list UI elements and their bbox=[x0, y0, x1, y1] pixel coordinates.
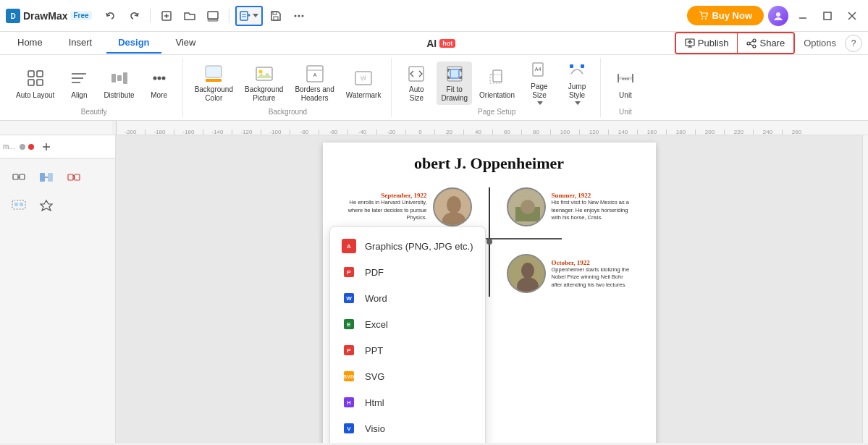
shape-container-btn[interactable] bbox=[6, 192, 32, 218]
maximize-button[interactable] bbox=[817, 6, 838, 26]
page-setup-group-label: Page Setup bbox=[478, 108, 515, 117]
graphics-label: Graphics (PNG, JPG etc.) bbox=[365, 241, 473, 252]
svg-point-90 bbox=[521, 263, 534, 279]
user-avatar[interactable] bbox=[768, 6, 788, 26]
new-button[interactable] bbox=[156, 6, 177, 26]
add-icon bbox=[42, 143, 51, 151]
auto-layout-button[interactable]: Auto Layout bbox=[12, 62, 59, 105]
svg-text:W: W bbox=[346, 295, 352, 302]
minimize-button[interactable] bbox=[793, 6, 813, 26]
export-button[interactable] bbox=[235, 6, 263, 26]
export-graphics-item[interactable]: A Graphics (PNG, JPG etc.) bbox=[330, 233, 485, 259]
maximize-icon bbox=[823, 12, 832, 20]
export-excel-item[interactable]: E Excel bbox=[330, 311, 485, 337]
background-color-button[interactable]: BackgroundColor bbox=[190, 62, 237, 105]
orientation-button[interactable]: Orientation bbox=[475, 62, 519, 105]
undo-button[interactable] bbox=[101, 6, 121, 26]
top-right-actions: Buy Now bbox=[687, 6, 862, 26]
tab-design[interactable]: Design bbox=[106, 33, 161, 54]
export-chevron bbox=[253, 14, 258, 17]
merge-icon bbox=[67, 170, 81, 185]
preview-button[interactable] bbox=[203, 6, 223, 26]
canvas-title: obert J. Oppenheimer bbox=[337, 154, 641, 173]
borders-headers-button[interactable]: A Borders andHeaders bbox=[290, 62, 338, 105]
tab-home[interactable]: Home bbox=[6, 33, 54, 54]
export-pdf-item[interactable]: P PDF bbox=[330, 259, 485, 285]
canvas-area[interactable]: obert J. Oppenheimer Septemb bbox=[116, 135, 862, 443]
photo-svg-oct1922 bbox=[508, 255, 546, 293]
text-oct1922: Oppenheimer starts idolizing the Nobel P… bbox=[552, 266, 634, 289]
svg-rect-39 bbox=[117, 75, 122, 81]
help-button[interactable]: ? bbox=[845, 35, 862, 52]
svg-rect-6 bbox=[208, 20, 218, 21]
export-visio-item[interactable]: V Visio bbox=[330, 415, 485, 441]
photo-svg-sum1922 bbox=[508, 189, 546, 226]
publish-button[interactable]: Publish bbox=[676, 33, 738, 53]
share-icon bbox=[746, 38, 757, 48]
svg-marker-79 bbox=[41, 200, 52, 211]
tab-insert[interactable]: Insert bbox=[57, 33, 104, 54]
photo-sep1922 bbox=[433, 187, 472, 226]
svg-rect-33 bbox=[28, 80, 34, 85]
export-word-item[interactable]: W Word bbox=[330, 285, 485, 311]
more-beautify-icon bbox=[148, 67, 171, 90]
fit-to-drawing-button[interactable]: Fit toDrawing bbox=[437, 62, 472, 105]
share-button[interactable]: Share bbox=[738, 33, 793, 53]
ribbon-group-background: BackgroundColor BackgroundPicture bbox=[185, 58, 392, 117]
shape-merge-btn[interactable] bbox=[61, 164, 87, 190]
svg-point-26 bbox=[753, 39, 756, 42]
auto-size-button[interactable]: AutoSize bbox=[399, 62, 434, 105]
excel-icon: E bbox=[342, 317, 356, 331]
export-svg-item[interactable]: SVG SVG bbox=[330, 363, 485, 389]
date-sep1922: September, 1922 bbox=[345, 192, 427, 199]
svg-rect-38 bbox=[111, 74, 116, 82]
close-button[interactable] bbox=[842, 6, 862, 26]
svg-rect-77 bbox=[14, 203, 18, 206]
svg-text:A: A bbox=[313, 72, 316, 77]
export-ppt-item[interactable]: P PPT bbox=[330, 337, 485, 363]
ribbon: Home Insert Design View AI hot Publish bbox=[0, 32, 868, 121]
export-pseps-item[interactable]: A PS/EPS bbox=[330, 441, 485, 443]
shape-split-btn[interactable] bbox=[33, 164, 59, 190]
page-size-button[interactable]: A4 PageSize bbox=[522, 62, 557, 105]
jump-style-button[interactable]: JumpStyle bbox=[560, 62, 594, 105]
svg-rect-32 bbox=[37, 71, 43, 77]
tab-view[interactable]: View bbox=[164, 33, 208, 54]
svg-text:D: D bbox=[10, 12, 15, 20]
add-page-button[interactable] bbox=[38, 139, 54, 155]
open-button[interactable] bbox=[180, 6, 200, 26]
unit-button[interactable]: mm Unit bbox=[608, 62, 643, 105]
more-beautify-button[interactable]: More bbox=[142, 62, 177, 105]
svg-text:A4: A4 bbox=[535, 67, 542, 72]
watermark-button[interactable]: W Watermark bbox=[342, 62, 386, 105]
export-html-item[interactable]: H Html bbox=[330, 389, 485, 415]
plan-badge: Free bbox=[70, 11, 91, 20]
graphics-icon: A bbox=[342, 239, 356, 253]
background-picture-button[interactable]: BackgroundPicture bbox=[240, 62, 287, 105]
dot-indicator bbox=[20, 144, 25, 150]
shape-more-btn[interactable] bbox=[33, 192, 59, 218]
svg-rect-44 bbox=[206, 66, 222, 77]
svg-text:A: A bbox=[347, 243, 351, 250]
svg-text:mm: mm bbox=[622, 77, 629, 81]
more-button[interactable] bbox=[289, 6, 309, 26]
buy-now-button[interactable]: Buy Now bbox=[687, 6, 764, 25]
svg-rect-61 bbox=[581, 64, 584, 68]
distribute-button[interactable]: Distribute bbox=[99, 62, 138, 105]
shape-layout-btn[interactable] bbox=[6, 164, 32, 190]
svg-rect-74 bbox=[68, 174, 73, 180]
jump-style-chevron bbox=[575, 101, 581, 105]
ruler: -200 -180 -160 -140 -120 -100 -80 -60 -4… bbox=[0, 121, 868, 135]
options-button[interactable]: Options bbox=[798, 33, 842, 53]
beautify-group-label: Beautify bbox=[81, 108, 107, 117]
background-group-label: Background bbox=[269, 108, 307, 117]
svg-text:P: P bbox=[347, 269, 351, 276]
save-button[interactable] bbox=[266, 6, 286, 26]
svg-rect-46 bbox=[256, 67, 272, 80]
layout-icon bbox=[12, 170, 26, 185]
svg-point-13 bbox=[298, 14, 300, 17]
redo-button[interactable] bbox=[124, 6, 144, 26]
align-button[interactable]: Align bbox=[62, 62, 96, 105]
excel-label: Excel bbox=[365, 319, 388, 330]
svg-point-27 bbox=[747, 42, 750, 45]
